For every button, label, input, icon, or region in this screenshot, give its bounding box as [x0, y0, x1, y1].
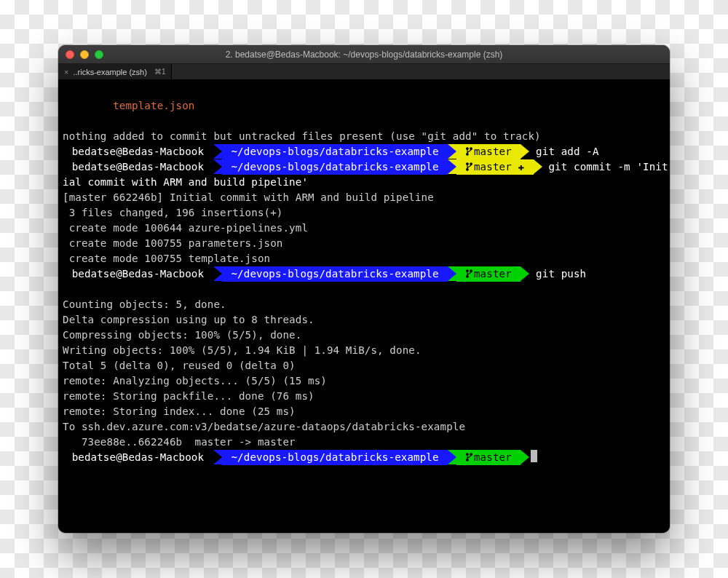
prompt-sep-icon [213, 144, 222, 159]
dirty-icon: ✚ [518, 161, 524, 173]
output-line: [master 662246b] Initial commit with ARM… [63, 191, 434, 203]
prompt-sep-icon [521, 450, 529, 464]
prompt-sep-icon [448, 266, 456, 281]
prompt-sep-icon [213, 159, 222, 174]
output-line: Total 5 (delta 0), reused 0 (delta 0) [63, 360, 296, 371]
output-line: To ssh.dev.azure.com:v3/bedatse/azure-da… [63, 421, 465, 432]
prompt-branch: master ✚ [456, 159, 533, 175]
git-branch-icon [466, 161, 474, 173]
cursor-icon [531, 450, 537, 462]
output-line: create mode 100755 parameters.json [63, 237, 282, 249]
git-branch-icon [466, 146, 474, 157]
prompt-sep-icon [448, 450, 456, 464]
prompt-sep-icon [521, 266, 529, 281]
output-line: template.json [63, 100, 194, 111]
tab-close-icon[interactable]: × [64, 68, 68, 76]
tab-strip: × ..ricks-example (zsh) ⌘1 [58, 64, 670, 80]
output-line: create mode 100755 template.json [63, 253, 270, 264]
prompt-sep-icon [213, 266, 222, 281]
prompt-user: bedatse@Bedas-Macbook [63, 450, 213, 465]
output-line: nothing added to commit but untracked fi… [63, 130, 541, 142]
output-line: create mode 100644 azure-pipelines.yml [63, 222, 308, 234]
output-line: remote: Storing index... done (25 ms) [63, 405, 296, 417]
prompt-user: bedatse@Bedas-Macbook [63, 144, 213, 159]
prompt-sep-icon [213, 450, 222, 464]
terminal-body[interactable]: template.json nothing added to commit bu… [58, 80, 670, 533]
prompt-sep-icon [534, 159, 542, 174]
output-line: remote: Storing packfile... done (76 ms) [63, 390, 314, 402]
output-line: Counting objects: 5, done. [63, 298, 226, 310]
prompt-branch: master [456, 450, 521, 465]
output-line: remote: Analyzing objects... (5/5) (15 m… [63, 375, 327, 387]
output-line: 3 files changed, 196 insertions(+) [63, 207, 282, 218]
prompt-path: ~/devops-blogs/databricks-example [222, 144, 448, 159]
prompt-path: ~/devops-blogs/databricks-example [222, 266, 448, 282]
output-line: 73ee88e..662246b master -> master [63, 436, 296, 448]
prompt-sep-icon [521, 144, 529, 159]
prompt-sep-icon [448, 144, 456, 159]
output-line: Compressing objects: 100% (5/5), done. [63, 329, 301, 341]
prompt-path: ~/devops-blogs/databricks-example [222, 450, 448, 465]
prompt-branch: master [456, 144, 521, 159]
command-text: git push [529, 268, 586, 280]
prompt-sep-icon [448, 159, 456, 174]
prompt-user: bedatse@Bedas-Macbook [63, 266, 213, 282]
prompt-path: ~/devops-blogs/databricks-example [222, 159, 448, 175]
git-branch-icon [466, 268, 474, 280]
output-line: Delta compression using up to 8 threads. [63, 314, 314, 325]
window-title: 2. bedatse@Bedas-Macbook: ~/devops-blogs… [58, 50, 670, 60]
prompt-user: bedatse@Bedas-Macbook [63, 159, 213, 175]
output-line: Writing objects: 100% (5/5), 1.94 KiB | … [63, 344, 422, 356]
terminal-window: 2. bedatse@Bedas-Macbook: ~/devops-blogs… [58, 45, 670, 533]
tab-label: ..ricks-example (zsh) [73, 68, 146, 76]
titlebar[interactable]: 2. bedatse@Bedas-Macbook: ~/devops-blogs… [58, 45, 670, 64]
tab-terminal[interactable]: × ..ricks-example (zsh) ⌘1 [58, 64, 172, 79]
command-text: git add -A [529, 146, 598, 157]
tab-shortcut: ⌘1 [154, 68, 166, 76]
prompt-branch: master [456, 266, 521, 282]
git-branch-icon [466, 451, 474, 463]
